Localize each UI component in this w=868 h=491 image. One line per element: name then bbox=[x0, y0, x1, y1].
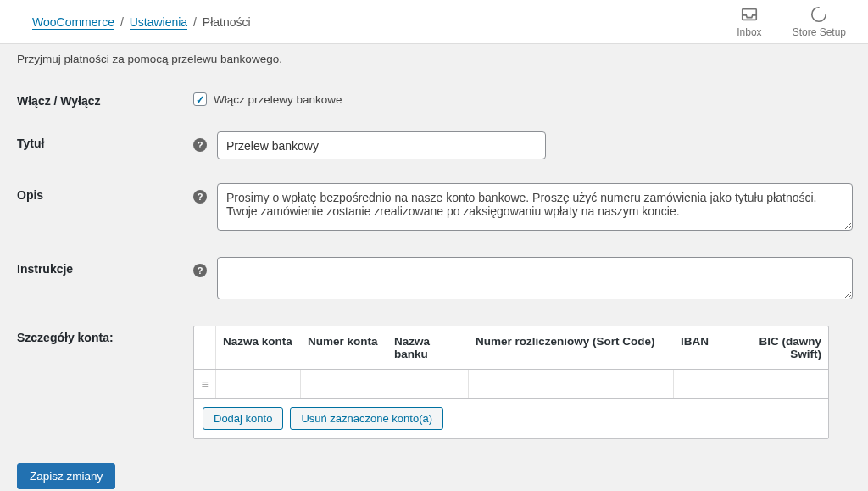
help-icon[interactable]: ? bbox=[193, 190, 207, 204]
row-title: Tytuł ? bbox=[15, 131, 853, 159]
col-bic: BIC (dawny Swift) bbox=[726, 326, 828, 369]
spinner-icon bbox=[810, 5, 828, 24]
label-instructions: Instrukcje bbox=[17, 257, 193, 276]
row-enable: Włącz / Wyłącz Włącz przelewy bankowe bbox=[15, 89, 853, 108]
col-iban: IBAN bbox=[674, 326, 726, 369]
label-title: Tytuł bbox=[17, 131, 193, 150]
row-instructions: Instrukcje ? bbox=[15, 257, 853, 302]
add-account-button[interactable]: Dodaj konto bbox=[203, 407, 283, 430]
submit-row: Zapisz zmiany bbox=[15, 463, 853, 489]
col-account-number: Numer konta bbox=[301, 326, 387, 369]
inbox-icon bbox=[740, 5, 759, 24]
description-textarea[interactable]: Prosimy o wpłatę bezpośrednio na nasze k… bbox=[217, 183, 853, 231]
row-accounts: Szczegóły konta: Nazwa konta Numer konta… bbox=[15, 326, 853, 439]
settings-form: Przyjmuj płatności za pomocą przelewu ba… bbox=[0, 44, 868, 491]
accounts-table: Nazwa konta Numer konta Nazwa banku Nume… bbox=[193, 326, 829, 439]
instructions-textarea[interactable] bbox=[217, 257, 853, 299]
cell-account-number[interactable] bbox=[301, 370, 387, 398]
col-handle bbox=[194, 326, 216, 369]
drag-handle-icon[interactable]: ≡ bbox=[194, 370, 216, 398]
accounts-table-header: Nazwa konta Numer konta Nazwa banku Nume… bbox=[194, 326, 828, 370]
enable-checkbox-label: Włącz przelewy bankowe bbox=[214, 93, 342, 106]
breadcrumb-current: Płatności bbox=[203, 15, 251, 29]
section-description: Przyjmuj płatności za pomocą przelewu ba… bbox=[15, 53, 853, 65]
save-button[interactable]: Zapisz zmiany bbox=[17, 463, 115, 489]
col-sort-code: Numer rozliczeniowy (Sort Code) bbox=[469, 326, 674, 369]
help-icon[interactable]: ? bbox=[193, 138, 207, 152]
remove-account-button[interactable]: Usuń zaznaczone konto(a) bbox=[290, 407, 443, 430]
cell-bic[interactable] bbox=[726, 370, 828, 398]
table-row[interactable]: ≡ bbox=[194, 370, 828, 399]
help-icon[interactable]: ? bbox=[193, 264, 207, 277]
breadcrumb-separator: / bbox=[193, 15, 197, 29]
col-account-name: Nazwa konta bbox=[216, 326, 301, 369]
cell-sort-code[interactable] bbox=[469, 370, 674, 398]
cell-account-name[interactable] bbox=[216, 370, 301, 398]
breadcrumb-separator: / bbox=[120, 15, 124, 29]
cell-bank-name[interactable] bbox=[387, 370, 469, 398]
breadcrumb-settings[interactable]: Ustawienia bbox=[130, 15, 187, 30]
inbox-button[interactable]: Inbox bbox=[737, 5, 761, 38]
label-enable: Włącz / Wyłącz bbox=[17, 89, 193, 108]
page-header: WooCommerce / Ustawienia / Płatności Inb… bbox=[0, 0, 868, 44]
breadcrumb: WooCommerce / Ustawienia / Płatności bbox=[32, 15, 251, 29]
row-description: Opis ? Prosimy o wpłatę bezpośrednio na … bbox=[15, 183, 853, 233]
cell-iban[interactable] bbox=[674, 370, 726, 398]
breadcrumb-woocommerce[interactable]: WooCommerce bbox=[32, 15, 114, 30]
enable-checkbox[interactable] bbox=[193, 92, 207, 106]
inbox-label: Inbox bbox=[737, 26, 761, 38]
col-bank-name: Nazwa banku bbox=[387, 326, 469, 369]
label-description: Opis bbox=[17, 183, 193, 202]
header-actions: Inbox Store Setup bbox=[737, 5, 846, 38]
accounts-table-footer: Dodaj konto Usuń zaznaczone konto(a) bbox=[194, 399, 828, 438]
store-setup-button[interactable]: Store Setup bbox=[793, 5, 846, 38]
label-accounts: Szczegóły konta: bbox=[17, 326, 193, 344]
title-input[interactable] bbox=[217, 131, 546, 159]
store-setup-label: Store Setup bbox=[793, 26, 846, 38]
